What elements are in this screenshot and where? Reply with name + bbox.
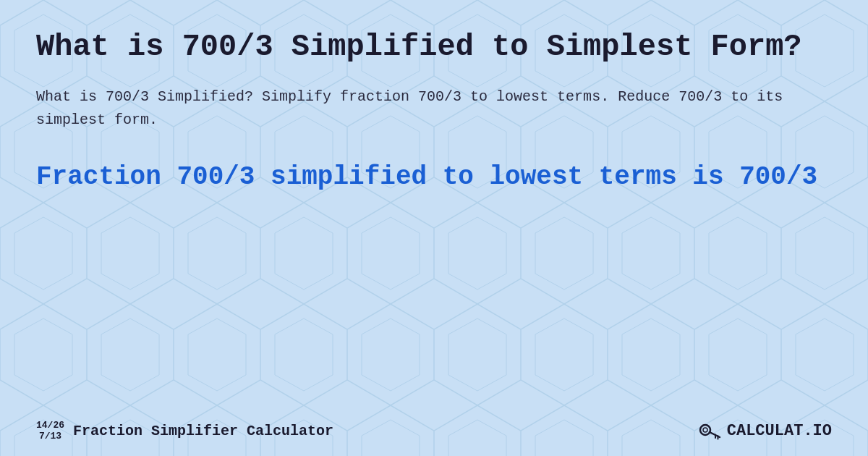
result-title: Fraction 700/3 simplified to lowest term… [36,161,832,195]
description-text: What is 700/3 Simplified? Simplify fract… [36,85,796,132]
calculat-logo: CALCULAT.IO [727,422,832,440]
footer: 14/26 7/13 Fraction Simplifier Calculato… [36,421,832,442]
svg-point-4 [703,428,707,432]
svg-point-3 [700,425,710,435]
fraction-bottom: 7/13 [39,431,61,442]
footer-right: CALCULAT.IO [698,421,832,442]
fraction-stack: 14/26 7/13 [36,421,64,442]
main-title: What is 700/3 Simplified to Simplest For… [36,29,832,65]
footer-left: 14/26 7/13 Fraction Simplifier Calculato… [36,421,333,442]
key-icon [698,421,721,442]
footer-label: Fraction Simplifier Calculator [73,423,333,439]
fraction-top: 14/26 [36,421,64,431]
